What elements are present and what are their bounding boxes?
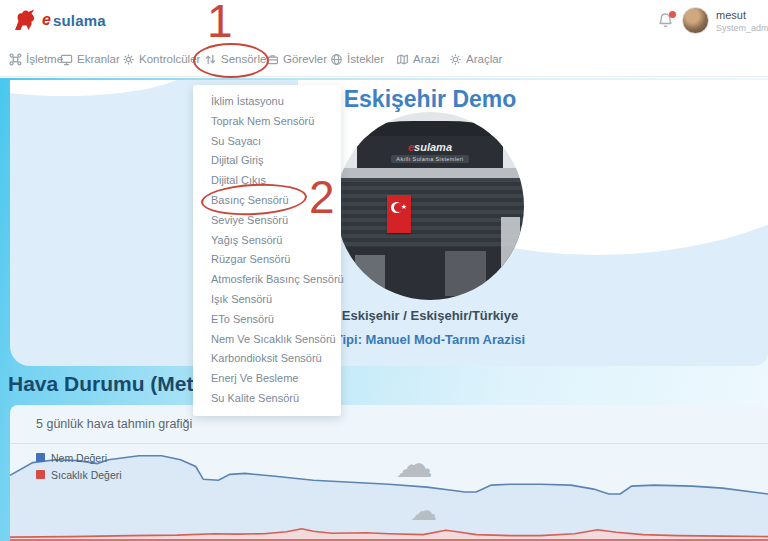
humidity-swatch — [36, 453, 45, 462]
nav-label: Arazi — [413, 53, 439, 65]
menu-item-basinc-sensoru[interactable]: Basınç Sensörü — [193, 191, 341, 211]
content-area: Eskişehir Demo esulama Akıllı Sulama Sis… — [0, 78, 768, 541]
menu-item-dijital-giris[interactable]: Dijital Giriş — [193, 151, 341, 171]
globe-icon — [330, 53, 343, 66]
top-header: esulama mesut System_admin — [0, 0, 768, 41]
legend-label: Sıcaklık Değeri — [51, 469, 122, 481]
nav-label: Ekranlar — [77, 53, 120, 65]
nav-item-arazi[interactable]: Arazi — [396, 41, 439, 77]
weather-chart-svg — [10, 443, 768, 541]
menu-item-karbondioksit-sensoru[interactable]: Karbondioksit Sensörü — [193, 349, 341, 369]
menu-item-dijital-cikis[interactable]: Dijital Çıkış — [193, 171, 341, 191]
weather-forecast-card: 5 günlük hava tahmin grafiği ☁ ☁ ☁ Nem D… — [10, 405, 768, 541]
legend-item-humidity: Nem Değeri — [36, 449, 122, 466]
main-nav: İşletme Ekranlar Kontrolcüler — [0, 41, 768, 77]
photo-window — [445, 251, 486, 296]
menu-item-iklim-istasyonu[interactable]: İklim İstasyonu — [193, 92, 341, 112]
menu-item-seviye-sensoru[interactable]: Seviye Sensörü — [193, 211, 341, 231]
menu-item-su-sayaci[interactable]: Su Sayacı — [193, 132, 341, 152]
brand-text-e: e — [42, 11, 51, 29]
weather-card-title: 5 günlük hava tahmin grafiği — [36, 417, 192, 431]
legend-label: Nem Değeri — [51, 452, 107, 464]
user-name: mesut — [716, 9, 746, 21]
turkish-flag: ★ — [387, 195, 411, 233]
horse-logo-icon — [12, 7, 40, 33]
farm-overview-card: Eskişehir Demo esulama Akıllı Sulama Sis… — [10, 80, 768, 366]
nav-item-ekranlar[interactable]: Ekranlar — [60, 41, 120, 77]
temperature-swatch — [36, 470, 45, 479]
nav-item-istekler[interactable]: İstekler — [330, 41, 384, 77]
user-role: System_admin — [716, 23, 768, 33]
app-root: esulama mesut System_admin İşletme — [0, 0, 768, 541]
menu-item-enerj-ve-besleme[interactable]: Enerj Ve Besleme — [193, 369, 341, 389]
decorative-cloud-shape — [10, 80, 190, 96]
menu-item-yagis-sensoru[interactable]: Yağış Sensörü — [193, 231, 341, 251]
photo-window — [355, 255, 385, 293]
chart-legend: Nem Değeri Sıcaklık Değeri — [36, 449, 122, 483]
nav-label: Kontrolcüler — [139, 53, 200, 65]
monitor-icon — [60, 53, 73, 66]
nav-label: Sensörler — [221, 53, 270, 65]
map-icon — [396, 53, 409, 66]
logo[interactable]: esulama — [12, 7, 106, 33]
flag-star: ★ — [401, 203, 407, 211]
nav-label: İşletme — [26, 53, 63, 65]
weather-chart: ☁ ☁ Nem Değeri Sıcaklık Değeri — [10, 443, 768, 541]
menu-item-toprak-nem-sensoru[interactable]: Toprak Nem Sensörü — [193, 112, 341, 132]
nav-label: Görevler — [283, 53, 327, 65]
legend-item-temperature: Sıcaklık Değeri — [36, 466, 122, 483]
nav-item-araclar[interactable]: Araçlar — [449, 41, 502, 77]
nav-item-isletme[interactable]: İşletme — [9, 41, 63, 77]
photo-company-sign: esulama Akıllı Sulama Sistemleri — [357, 136, 504, 168]
unread-notification-dot — [669, 11, 676, 18]
sign-brand: esulama — [408, 141, 452, 153]
photo-facade-band — [336, 168, 524, 177]
nav-label: İstekler — [347, 53, 384, 65]
menu-item-atmosferik-basinc-sensoru[interactable]: Atmosferik Basınç Sensörü — [193, 270, 341, 290]
photo-glass-reflection — [501, 217, 520, 292]
nav-label: Araçlar — [466, 53, 502, 65]
nav-item-gorevler[interactable]: Görevler — [266, 41, 327, 77]
swap-arrows-icon — [204, 53, 217, 66]
briefcase-icon — [266, 53, 279, 66]
gear-icon — [122, 53, 135, 66]
sensor-dropdown-menu: İklim İstasyonu Toprak Nem Sensörü Su Sa… — [193, 85, 341, 416]
brand-text-rest: sulama — [53, 12, 106, 29]
menu-item-nem-ve-sicaklik-sensoru[interactable]: Nem Ve Sıcaklık Sensörü — [193, 330, 341, 350]
menu-item-su-kalite-sensoru[interactable]: Su Kalite Sensörü — [193, 389, 341, 409]
farm-photo: esulama Akıllı Sulama Sistemleri ★ — [336, 112, 524, 300]
nav-item-sensorler[interactable]: Sensörler — [204, 41, 270, 77]
menu-item-ruzgar-sensoru[interactable]: Rüzgar Sensörü — [193, 250, 341, 270]
user-avatar[interactable] — [682, 7, 709, 34]
notifications-button[interactable] — [658, 12, 680, 32]
command-icon — [9, 53, 22, 66]
photo-shutter — [336, 178, 524, 248]
nav-item-kontrolculer[interactable]: Kontrolcüler — [122, 41, 200, 77]
sign-subtitle: Akıllı Sulama Sistemleri — [391, 155, 468, 163]
sun-gear-icon — [449, 53, 462, 66]
menu-item-isik-sensoru[interactable]: Işık Sensörü — [193, 290, 341, 310]
menu-item-eto-sensoru[interactable]: ETo Sensörü — [193, 310, 341, 330]
